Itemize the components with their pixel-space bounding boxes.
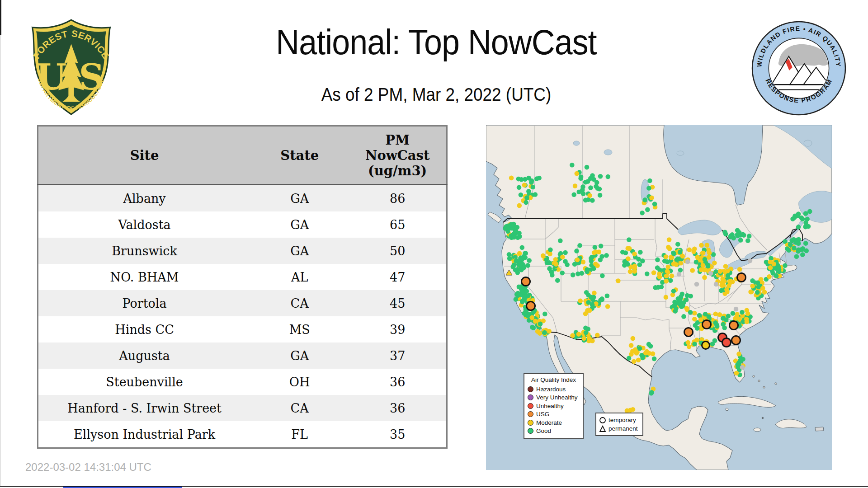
aqi-legend-item: Very Unhealthy (528, 394, 580, 402)
monitor-dot-nodata (740, 365, 745, 370)
monitor-dot-good (512, 263, 517, 267)
site-cell: Augusta (38, 343, 251, 369)
state-cell: GA (250, 211, 349, 238)
monitor-dot-moderate (736, 352, 741, 357)
value-cell: 65 (349, 211, 447, 238)
monitor-dot-good (604, 253, 609, 258)
monitor-dot-good (598, 193, 603, 198)
monitor-dot-moderate (737, 267, 742, 272)
monitor-dot-moderate (702, 275, 707, 280)
monitor-dot-good (563, 259, 568, 264)
state-cell: OH (250, 369, 349, 395)
monitor-dot-nodata (677, 272, 682, 277)
monitor-dot-good (805, 216, 810, 221)
monitor-dot-good (804, 249, 809, 253)
monitor-dot-good (531, 185, 536, 190)
monitor-dot-moderate (674, 262, 679, 267)
state-cell: GA (250, 185, 349, 212)
monitor-dot-good (538, 322, 543, 327)
monitor-dot-good (774, 273, 779, 278)
monitor-dot-good (563, 250, 568, 255)
monitor-dot-good (548, 247, 553, 252)
monitor-dot-good (599, 244, 604, 249)
monitor-dot-good (585, 165, 590, 170)
monitor-dot-good (627, 237, 632, 242)
monitor-dot-moderate (669, 255, 674, 260)
monitor-dot-good (627, 356, 632, 361)
monitor-dot-good (800, 217, 805, 222)
monitor-dot-moderate (720, 277, 725, 282)
monitor-dot-good (793, 240, 798, 245)
monitor-dot-good (678, 267, 683, 272)
monitor-dot-good (638, 250, 643, 255)
site-cell: Valdosta (38, 211, 251, 238)
value-cell: 47 (349, 264, 447, 290)
monitor-dot-good (726, 273, 731, 278)
monitor-dot-moderate (728, 280, 733, 285)
monitor-dot-good (583, 180, 588, 185)
monitor-dot-moderate (570, 333, 575, 338)
monitor-dot-moderate (664, 273, 669, 278)
monitor-dot-moderate (583, 311, 588, 316)
monitor-dot-moderate (664, 279, 669, 284)
highlighted-monitor-usg (527, 302, 535, 310)
monitor-dot-moderate (679, 261, 684, 266)
monitor-dot-good (740, 310, 745, 315)
monitor-dot-good (640, 356, 645, 361)
monitor-dot-good (800, 252, 805, 257)
monitor-dot-moderate (517, 203, 522, 208)
monitor-dot-good (623, 250, 628, 255)
monitor-dot-moderate (670, 273, 675, 278)
value-cell: 36 (349, 395, 447, 421)
monitor-dot-moderate (707, 255, 712, 260)
monitor-dot-good (527, 258, 532, 263)
monitor-dot-good (590, 302, 595, 307)
monitor-dot-good (511, 235, 516, 240)
state-cell: CA (250, 290, 349, 316)
monitor-dot-good (640, 211, 645, 216)
monitor-dot-good (579, 271, 584, 276)
monitor-dot-good (776, 264, 781, 269)
monitor-dot-good (558, 238, 563, 243)
monitor-dot-good (515, 291, 520, 296)
monitor-dot-good (590, 198, 595, 203)
monitor-dot-good (645, 207, 650, 212)
site-cell: Steubenville (38, 369, 251, 395)
symbol-legend-item: permanent (599, 424, 640, 433)
monitor-dot-good (681, 314, 686, 319)
monitor-dot-good (589, 256, 594, 261)
monitor-dot-good (529, 180, 534, 185)
aqi-legend-label: Hazardous (536, 386, 566, 393)
monitor-dot-good (507, 252, 512, 257)
monitor-dot-good (518, 285, 523, 290)
monitor-dot-good (599, 296, 604, 301)
monitor-dot-moderate (628, 269, 633, 274)
monitor-dot-moderate (575, 258, 580, 263)
wfaqrp-logo: WILDLAND FIRE • AIR QUALITY RESPONSE PRO… (750, 20, 847, 117)
monitor-dot-moderate (530, 315, 535, 320)
aqi-legend-item: Unhealthy (528, 402, 580, 410)
monitor-dot-moderate (694, 338, 699, 343)
monitor-dot-good (750, 278, 755, 283)
aqi-legend-item: Hazardous (528, 385, 580, 394)
table-row: AlbanyGA86 (38, 185, 447, 212)
monitor-dot-moderate (632, 252, 637, 257)
monitor-dot-moderate (644, 349, 649, 354)
monitor-dot-good (577, 189, 582, 194)
monitor-dot-good (522, 254, 527, 259)
monitor-dot-good (570, 163, 575, 168)
monitor-dot-moderate (587, 193, 592, 198)
table-row: AugustaGA37 (38, 343, 447, 369)
monitor-dot-moderate (587, 308, 592, 313)
monitor-dot-good (731, 236, 736, 241)
page-title: National: Top NowCast (210, 22, 663, 63)
table-row: Hinds CCMS39 (38, 316, 447, 343)
monitor-dot-moderate (687, 344, 692, 349)
monitor-dot-good (647, 178, 652, 183)
monitor-dot-moderate (651, 270, 656, 275)
monitor-dot-moderate (649, 195, 654, 200)
monitor-dot-good (680, 292, 685, 297)
monitor-dot-nodata (714, 282, 719, 287)
monitor-dot-good (526, 189, 531, 194)
highlighted-monitor-usg (737, 273, 746, 282)
